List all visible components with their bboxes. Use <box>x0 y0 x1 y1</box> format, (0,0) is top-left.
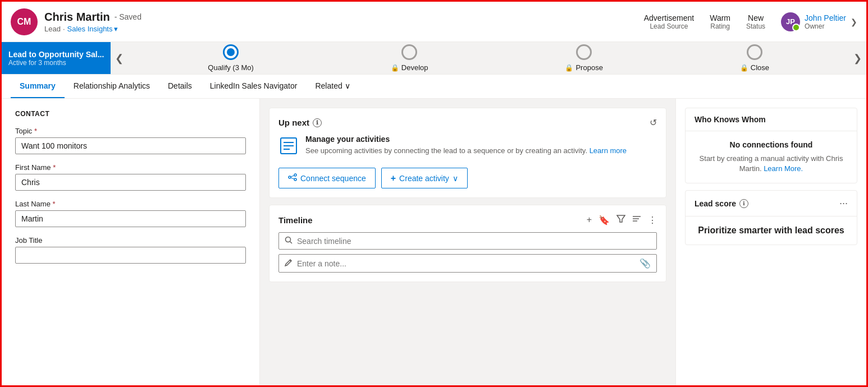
action-buttons: Connect sequence + Create activity ∨ <box>278 168 657 188</box>
attachment-icon[interactable]: 📎 <box>639 258 651 269</box>
sales-insights-link[interactable]: Sales Insights ▾ <box>67 25 118 33</box>
manage-activities: Manage your activities See upcoming acti… <box>278 135 657 160</box>
stage-item-propose[interactable]: 🔒 Propose <box>565 44 602 72</box>
learn-more-link[interactable]: Learn more <box>590 146 627 155</box>
up-next-info-icon[interactable]: ℹ <box>313 118 322 127</box>
search-icon <box>285 236 293 246</box>
header-name-row: Chris Martin - Saved <box>44 11 637 24</box>
stage-nav-prev-button[interactable]: ❮ <box>111 42 128 74</box>
tab-details[interactable]: Details <box>159 75 201 98</box>
svg-point-13 <box>286 237 291 242</box>
stage-item-develop[interactable]: 🔒 Develop <box>391 44 428 72</box>
app-wrapper: CM Chris Martin - Saved Lead · Sales Ins… <box>0 0 868 387</box>
firstname-input[interactable] <box>15 174 246 191</box>
tab-related[interactable]: Related ∨ <box>306 75 359 98</box>
topic-input[interactable] <box>15 137 246 154</box>
timeline-header: Timeline + 🔖 <box>278 214 657 225</box>
lock-icon-develop: 🔒 <box>391 64 399 72</box>
connect-sequence-button[interactable]: Connect sequence <box>278 168 376 188</box>
lead-score-card: Lead score ℹ ··· Prioritize smarter with… <box>685 190 857 245</box>
timeline-sort-button[interactable] <box>632 214 641 225</box>
middle-panel: Up next ℹ ↺ Manag <box>260 99 675 385</box>
meta-status: New Status <box>746 13 765 30</box>
stage-circle-qualify <box>223 44 239 60</box>
stage-item-qualify[interactable]: Qualify (3 Mo) <box>208 44 254 72</box>
stage-bar: Lead to Opportunity Sal... Active for 3 … <box>2 42 866 75</box>
contact-section-title: CONTACT <box>15 110 246 118</box>
prioritize-text: Prioritize smarter with lead scores <box>695 225 848 236</box>
required-indicator-topic: * <box>34 127 37 135</box>
refresh-icon[interactable]: ↺ <box>650 117 657 128</box>
lead-score-menu-button[interactable]: ··· <box>839 197 848 209</box>
header-sub: Lead · Sales Insights ▾ <box>44 25 637 33</box>
no-connections-desc: Start by creating a manual activity with… <box>695 154 848 174</box>
who-knows-learn-more-link[interactable]: Learn More. <box>764 164 803 173</box>
pencil-icon <box>285 259 293 269</box>
note-input[interactable] <box>297 259 635 268</box>
header-title-block: Chris Martin - Saved Lead · Sales Insigh… <box>44 11 637 33</box>
svg-point-5 <box>294 174 296 176</box>
field-group-lastname: Last Name * <box>15 200 246 227</box>
main-content: CONTACT Topic * First Name * Last Name <box>2 99 866 385</box>
lock-icon-close: 🔒 <box>740 64 748 72</box>
svg-line-7 <box>291 176 294 177</box>
timeline-note: 📎 <box>278 254 657 273</box>
svg-line-8 <box>291 178 294 179</box>
header-meta: Advertisement Lead Source Warm Rating Ne… <box>644 12 857 31</box>
meta-rating: Warm Rating <box>710 13 730 30</box>
create-activity-button[interactable]: + Create activity ∨ <box>381 168 468 188</box>
field-group-firstname: First Name * <box>15 163 246 191</box>
timeline-bookmark-button[interactable]: 🔖 <box>599 215 610 225</box>
left-panel: CONTACT Topic * First Name * Last Name <box>2 99 260 385</box>
create-activity-chevron-icon: ∨ <box>453 174 458 183</box>
meta-lead-source: Advertisement Lead Source <box>644 13 694 30</box>
timeline-search-input[interactable] <box>297 237 651 246</box>
manage-desc: See upcoming activities by connecting th… <box>305 146 627 156</box>
timeline-search <box>278 232 657 250</box>
tab-nav: Summary Relationship Analytics Details L… <box>2 75 866 99</box>
up-next-card: Up next ℹ ↺ Manag <box>269 108 666 198</box>
who-knows-whom-title: Who Knows Whom <box>686 108 857 131</box>
avatar: CM <box>11 8 38 35</box>
jobtitle-input[interactable] <box>15 247 246 264</box>
field-label-jobtitle: Job Title <box>15 236 246 245</box>
lastname-input[interactable] <box>15 210 246 227</box>
owner-block[interactable]: JP John Peltier Owner ❯ <box>781 12 857 31</box>
stage-circle-propose <box>576 44 592 60</box>
lock-icon-propose: 🔒 <box>565 64 573 72</box>
tab-relationship-analytics[interactable]: Relationship Analytics <box>65 75 159 98</box>
up-next-header: Up next ℹ ↺ <box>278 117 657 128</box>
stages-container: Qualify (3 Mo) 🔒 Develop 🔒 Propose <box>128 44 849 72</box>
owner-info: John Peltier Owner <box>805 13 846 30</box>
field-label-lastname: Last Name * <box>15 200 246 208</box>
stage-item-close[interactable]: 🔒 Close <box>740 44 769 72</box>
who-knows-whom-body: No connections found Start by creating a… <box>686 131 857 183</box>
svg-marker-9 <box>617 215 625 222</box>
required-indicator-lastname: * <box>53 200 56 208</box>
stage-circle-close <box>747 44 762 60</box>
field-group-jobtitle: Job Title <box>15 236 246 264</box>
lead-score-body: Prioritize smarter with lead scores <box>686 216 857 245</box>
saved-label: - Saved <box>115 12 141 21</box>
stage-nav-next-button[interactable]: ❯ <box>849 52 866 64</box>
lead-score-title: Lead score <box>695 199 736 208</box>
field-group-topic: Topic * <box>15 127 246 154</box>
activities-icon <box>278 136 299 160</box>
stage-circle-develop <box>401 44 417 60</box>
who-knows-whom-card: Who Knows Whom No connections found Star… <box>685 108 857 183</box>
stage-current: Lead to Opportunity Sal... Active for 3 … <box>2 42 111 74</box>
owner-chevron-icon: ❯ <box>851 17 857 26</box>
svg-point-4 <box>289 176 291 178</box>
tab-linkedin-sales-navigator[interactable]: LinkedIn Sales Navigator <box>201 75 307 98</box>
field-label-firstname: First Name * <box>15 163 246 172</box>
timeline-more-button[interactable]: ⋮ <box>648 215 657 225</box>
no-connections-label: No connections found <box>695 140 848 149</box>
timeline-add-button[interactable]: + <box>587 215 592 225</box>
right-panel: Who Knows Whom No connections found Star… <box>675 99 866 385</box>
timeline-filter-button[interactable] <box>616 214 625 225</box>
lead-score-header: Lead score ℹ ··· <box>686 191 857 216</box>
connect-sequence-icon <box>288 173 297 183</box>
tab-summary[interactable]: Summary <box>11 75 65 98</box>
timeline-actions: + 🔖 <box>587 214 657 225</box>
lead-score-info-icon[interactable]: ℹ <box>739 199 748 208</box>
